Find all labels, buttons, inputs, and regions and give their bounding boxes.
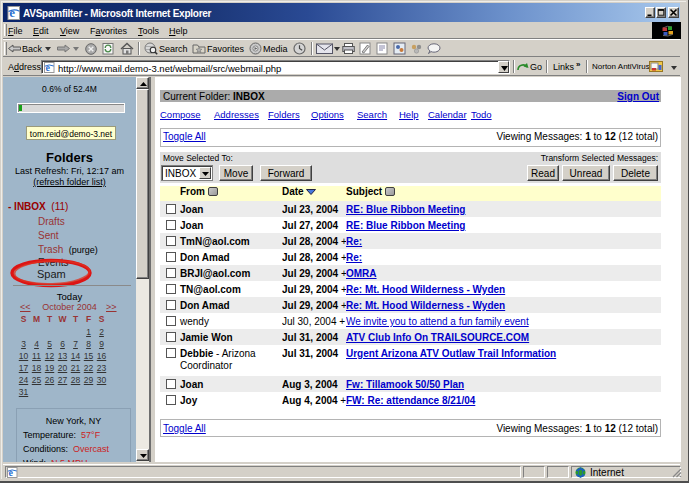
svg-text:e: e <box>9 6 15 20</box>
svg-text:e: e <box>9 467 14 478</box>
svg-text:e: e <box>46 62 51 73</box>
